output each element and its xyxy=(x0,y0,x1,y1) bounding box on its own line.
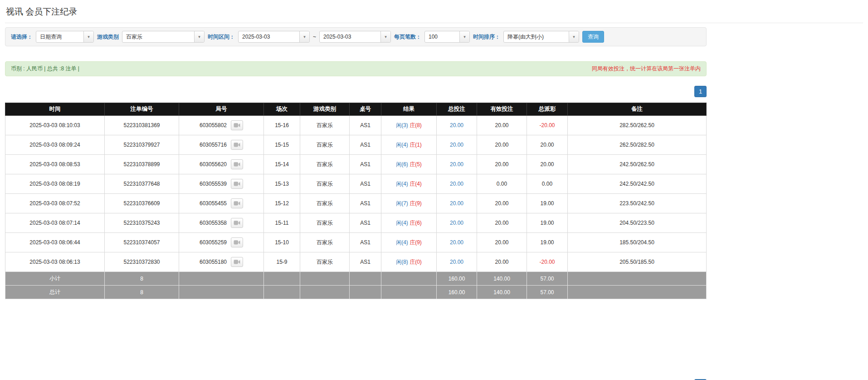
cell-payout: -20.00 xyxy=(527,252,568,272)
cell-total-bet[interactable]: 20.00 xyxy=(437,155,477,174)
cell-payout: 0.00 xyxy=(527,174,568,194)
cell-game-type: 百家乐 xyxy=(300,194,350,213)
total-bet-link[interactable]: 20.00 xyxy=(450,142,463,148)
result-player: 闲(3) xyxy=(396,122,408,128)
cell-total-bet[interactable]: 20.00 xyxy=(437,116,477,135)
total-count: 8 xyxy=(105,286,179,299)
cell-total-bet[interactable]: 20.00 xyxy=(437,233,477,252)
cell-result: 闲(7) 庄(9) xyxy=(381,194,437,213)
cell-order-no: 522310372830 xyxy=(105,252,179,272)
cell-order-no: 522310378899 xyxy=(105,155,179,174)
game-type-select[interactable]: 百家乐 ▾ xyxy=(122,31,205,43)
select-label: 请选择： xyxy=(11,33,33,41)
total-bet-link[interactable]: 20.00 xyxy=(450,161,463,168)
cell-valid-bet: 20.00 xyxy=(477,135,527,155)
video-replay-button[interactable] xyxy=(231,140,243,150)
date-to-select[interactable]: 2025-03-03 ▾ xyxy=(319,31,391,43)
result-banker: 庄(5) xyxy=(410,161,422,168)
cell-game-type: 百家乐 xyxy=(300,233,350,252)
chevron-down-icon[interactable]: ▾ xyxy=(299,31,309,42)
result-player: 闲(4) xyxy=(396,181,408,187)
cell-note: 262.50/282.50 xyxy=(568,135,707,155)
cell-time: 2025-03-03 08:10:03 xyxy=(5,116,105,135)
video-replay-button[interactable] xyxy=(231,237,243,247)
time-range-label: 时间区间： xyxy=(208,33,235,41)
video-replay-button[interactable] xyxy=(231,257,243,267)
result-player: 闲(7) xyxy=(396,200,408,207)
cell-time: 2025-03-03 08:08:19 xyxy=(5,174,105,194)
total-bet-link[interactable]: 20.00 xyxy=(450,200,463,207)
total-bet-link[interactable]: 20.00 xyxy=(450,181,463,187)
chevron-down-icon[interactable]: ▾ xyxy=(83,31,93,42)
time-sort-value: 降幂(由大到小) xyxy=(504,31,569,42)
header-game-type: 游戏类别 xyxy=(300,103,350,116)
query-type-value: 日期查询 xyxy=(36,31,83,42)
cell-game-type: 百家乐 xyxy=(300,213,350,233)
video-replay-button[interactable] xyxy=(231,198,243,208)
date-from-select[interactable]: 2025-03-03 ▾ xyxy=(238,31,310,43)
header-total-bet: 总投注 xyxy=(437,103,477,116)
cell-note: 282.50/262.50 xyxy=(568,116,707,135)
table-header-row: 时间 注单编号 局号 场次 游戏类别 桌号 结果 总投注 有效投注 总派彩 备注 xyxy=(5,103,707,116)
result-player: 闲(8) xyxy=(396,259,408,265)
subtotal-row: 小计 8 160.00 140.00 57.00 xyxy=(5,272,707,286)
cell-result: 闲(4) 庄(9) xyxy=(381,233,437,252)
video-replay-button[interactable] xyxy=(231,159,243,169)
chevron-down-icon[interactable]: ▾ xyxy=(459,31,469,42)
table-row: 2025-03-03 08:07:14522310375243603055358… xyxy=(5,213,707,233)
cell-payout: 19.00 xyxy=(527,233,568,252)
summary-bar: 币别 : 人民币 | 总共 :8 注单 | 同局有效投注，统一计算在该局第一张注… xyxy=(5,61,707,76)
time-sort-select[interactable]: 降幂(由大到小) ▾ xyxy=(503,31,579,43)
header-table-no: 桌号 xyxy=(350,103,381,116)
total-valid-bet: 140.00 xyxy=(477,286,527,299)
valid-bet-notice-text: 同局有效投注，统一计算在该局第一张注单内 xyxy=(592,65,701,73)
round-number: 603055358 xyxy=(200,220,227,226)
cell-table-no: AS1 xyxy=(350,135,381,155)
header-order-no: 注单编号 xyxy=(105,103,179,116)
result-banker: 庄(8) xyxy=(410,122,422,128)
cell-round-no: 603055180 xyxy=(179,252,264,272)
video-replay-icon xyxy=(234,201,240,206)
total-bet-link[interactable]: 20.00 xyxy=(450,239,463,246)
cell-total-bet[interactable]: 20.00 xyxy=(437,213,477,233)
result-player: 闲(6) xyxy=(396,161,408,168)
cell-total-bet[interactable]: 20.00 xyxy=(437,252,477,272)
chevron-down-icon[interactable]: ▾ xyxy=(194,31,204,42)
page-number-button[interactable]: 1 xyxy=(694,86,707,97)
page-size-select[interactable]: 100 ▾ xyxy=(424,31,470,43)
query-type-select[interactable]: 日期查询 ▾ xyxy=(36,31,94,43)
cell-payout: 19.00 xyxy=(527,194,568,213)
subtotal-count: 8 xyxy=(105,272,179,286)
cell-result: 闲(4) 庄(1) xyxy=(381,135,437,155)
header-payout: 总派彩 xyxy=(527,103,568,116)
cell-total-bet[interactable]: 20.00 xyxy=(437,194,477,213)
video-replay-button[interactable] xyxy=(231,218,243,228)
cell-game-type: 百家乐 xyxy=(300,252,350,272)
page-size-value: 100 xyxy=(425,31,459,42)
cell-table-no: AS1 xyxy=(350,116,381,135)
tilde-separator: ~ xyxy=(313,34,316,40)
header-result: 结果 xyxy=(381,103,437,116)
cell-session: 15-15 xyxy=(264,135,300,155)
cell-total-bet[interactable]: 20.00 xyxy=(437,174,477,194)
total-bet-link[interactable]: 20.00 xyxy=(450,220,463,226)
chevron-down-icon[interactable]: ▾ xyxy=(569,31,579,42)
search-button[interactable]: 查询 xyxy=(582,31,604,43)
table-row: 2025-03-03 08:07:52522310376609603055455… xyxy=(5,194,707,213)
cell-time: 2025-03-03 08:07:14 xyxy=(5,213,105,233)
content: 请选择： 日期查询 ▾ 游戏类别 百家乐 ▾ 时间区间： 2025-03-03 … xyxy=(5,27,707,380)
cell-note: 185.50/204.50 xyxy=(568,233,707,252)
chevron-down-icon[interactable]: ▾ xyxy=(380,31,390,42)
cell-valid-bet: 20.00 xyxy=(477,252,527,272)
header-time: 时间 xyxy=(5,103,105,116)
video-replay-button[interactable] xyxy=(231,179,243,189)
result-banker: 庄(9) xyxy=(410,239,422,246)
video-replay-icon xyxy=(234,220,240,226)
cell-total-bet[interactable]: 20.00 xyxy=(437,135,477,155)
total-bet-link[interactable]: 20.00 xyxy=(450,259,463,265)
total-bet-link[interactable]: 20.00 xyxy=(450,122,463,128)
video-replay-button[interactable] xyxy=(231,120,243,130)
cell-result: 闲(4) 庄(6) xyxy=(381,213,437,233)
cell-round-no: 603055716 xyxy=(179,135,264,155)
video-replay-icon xyxy=(234,259,240,265)
